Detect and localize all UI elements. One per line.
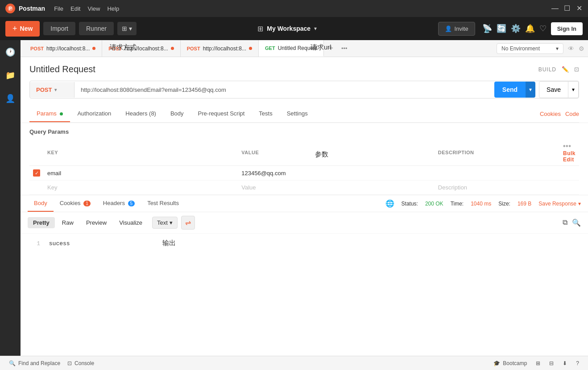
console-button[interactable]: ⊡ Console bbox=[64, 360, 98, 366]
request-area: Untitled Request BUILD ✏️ ⊡ POST ▾ Send … bbox=[21, 57, 588, 123]
size-value: 169 B bbox=[518, 201, 531, 207]
tab-method-2: POST bbox=[187, 46, 200, 51]
method-chevron-icon: ▾ bbox=[54, 87, 57, 92]
empty-key[interactable]: Key bbox=[44, 181, 238, 195]
request-tabs: Params Authorization Headers (8) Body Pr… bbox=[29, 106, 579, 123]
format-raw-button[interactable]: Raw bbox=[57, 217, 79, 228]
bulk-edit-link[interactable]: Bulk Edit bbox=[563, 150, 576, 163]
text-format-dropdown[interactable]: Text ▾ bbox=[152, 217, 178, 229]
req-tab-tests[interactable]: Tests bbox=[252, 106, 279, 122]
row-delete[interactable] bbox=[559, 166, 579, 181]
new-button[interactable]: + New bbox=[5, 21, 40, 37]
environment-selector[interactable]: No Environment ▾ bbox=[497, 43, 563, 54]
resp-tab-body[interactable]: Body bbox=[28, 195, 54, 212]
tab-dot-0 bbox=[92, 47, 95, 50]
format-pretty-button[interactable]: Pretty bbox=[28, 217, 55, 228]
settings-icon[interactable]: ⚙️ bbox=[511, 24, 521, 33]
close-button[interactable]: ✕ bbox=[576, 5, 583, 12]
maximize-button[interactable]: ☐ bbox=[564, 5, 570, 12]
minimize-button[interactable]: — bbox=[551, 5, 558, 12]
req-tab-params[interactable]: Params bbox=[29, 106, 70, 122]
tabs-right: No Environment ▾ 👁 ⚙ bbox=[497, 43, 584, 54]
format-visualize-button[interactable]: Visualize bbox=[114, 217, 148, 228]
add-tab-button[interactable]: + bbox=[324, 44, 338, 53]
bootcamp-icon: 🎓 bbox=[493, 360, 500, 366]
find-replace-button[interactable]: 🔍 Find and Replace bbox=[5, 360, 64, 366]
logo-icon: P bbox=[5, 4, 15, 13]
layout-button[interactable]: ⊞ ▾ bbox=[117, 22, 137, 35]
more-tabs-button[interactable]: ••• bbox=[338, 45, 351, 52]
send-button[interactable]: Send bbox=[494, 82, 526, 98]
response-status: 🌐 Status: 200 OK Time: 1040 ms Size: 169… bbox=[385, 199, 581, 208]
tab-url-2: http://localhost:8... bbox=[203, 45, 246, 52]
layout-icon[interactable]: ⊡ bbox=[574, 66, 579, 73]
format-preview-button[interactable]: Preview bbox=[81, 217, 112, 228]
req-tab-headers[interactable]: Headers (8) bbox=[118, 106, 163, 122]
params-section: Query Params KEY VALUE DESCRIPTION ••• B… bbox=[21, 123, 588, 195]
empty-value[interactable]: Value bbox=[238, 181, 435, 195]
empty-description[interactable]: Description bbox=[435, 181, 559, 195]
plus-icon: + bbox=[12, 24, 17, 33]
resp-tab-testresults[interactable]: Test Results bbox=[141, 195, 185, 212]
menu-help[interactable]: Help bbox=[107, 5, 119, 12]
body-tab-label: Body bbox=[170, 110, 184, 117]
tab-1[interactable]: POST http://localhost:8... bbox=[102, 40, 180, 57]
chevron-down-icon: ▾ bbox=[170, 219, 173, 226]
sidebar-icon-users[interactable]: 👤 bbox=[3, 91, 18, 106]
tab-2[interactable]: POST http://localhost:8... bbox=[181, 40, 259, 57]
tab-0[interactable]: POST http://localhost:8... bbox=[24, 40, 102, 57]
copy-icon[interactable]: ⧉ bbox=[563, 218, 567, 227]
row-value[interactable]: 123456@qq.com bbox=[238, 166, 435, 181]
empty-actions bbox=[559, 181, 579, 195]
send-dropdown-button[interactable]: ▾ bbox=[526, 82, 535, 98]
method-dropdown[interactable]: POST ▾ bbox=[30, 82, 75, 98]
refresh-icon[interactable]: 🔄 bbox=[497, 24, 506, 33]
wrap-button[interactable]: ⇌ bbox=[181, 216, 195, 230]
heart-icon[interactable]: ♡ bbox=[539, 24, 547, 33]
tab-3[interactable]: GET Untitled Request bbox=[259, 40, 324, 57]
invite-button[interactable]: 👤 Invite bbox=[438, 22, 475, 36]
row-description[interactable] bbox=[435, 166, 559, 181]
params-tab-label: Params bbox=[37, 110, 57, 117]
runner-button[interactable]: Runner bbox=[79, 22, 114, 35]
time-value: 1040 ms bbox=[471, 201, 491, 207]
url-input[interactable] bbox=[75, 82, 494, 98]
sidebar-icon-history[interactable]: 🕐 bbox=[3, 45, 18, 60]
sidebar-icon-collections[interactable]: 📁 bbox=[3, 68, 18, 83]
signin-button[interactable]: Sign In bbox=[551, 22, 583, 35]
response-tabs-bar: Body Cookies 1 Headers 5 Test Results 🌐 … bbox=[21, 195, 588, 212]
code-link[interactable]: Code bbox=[565, 111, 579, 117]
runner-status-icon[interactable]: ⊞ bbox=[532, 360, 544, 366]
req-tab-prerequest[interactable]: Pre-request Script bbox=[191, 106, 252, 122]
bell-icon[interactable]: 🔔 bbox=[525, 24, 535, 33]
eye-icon[interactable]: 👁 bbox=[568, 45, 574, 52]
menu-file[interactable]: File bbox=[54, 5, 63, 12]
cookies-link[interactable]: Cookies bbox=[540, 111, 561, 117]
download-icon-button[interactable]: ⬇ bbox=[559, 360, 571, 366]
req-tab-body[interactable]: Body bbox=[163, 106, 191, 122]
save-button[interactable]: Save bbox=[539, 81, 568, 98]
satellite-icon[interactable]: 📡 bbox=[482, 24, 492, 33]
search-icon[interactable]: 🔍 bbox=[572, 218, 581, 227]
req-tab-settings[interactable]: Settings bbox=[280, 106, 315, 122]
text-format-value: Text bbox=[157, 219, 168, 226]
help-icon-button[interactable]: ? bbox=[572, 360, 583, 366]
req-tab-authorization[interactable]: Authorization bbox=[70, 106, 118, 122]
resp-tab-cookies[interactable]: Cookies 1 bbox=[54, 195, 97, 212]
menu-edit[interactable]: Edit bbox=[70, 5, 80, 12]
prerequest-tab-label: Pre-request Script bbox=[198, 110, 245, 117]
save-response-button[interactable]: Save Response ▾ bbox=[538, 201, 581, 207]
bootcamp-button[interactable]: 🎓 Bootcamp bbox=[490, 360, 530, 366]
app-title: Postman bbox=[19, 5, 45, 12]
grid-icon-button[interactable]: ⊟ bbox=[546, 360, 557, 366]
edit-icon[interactable]: ✏️ bbox=[562, 66, 569, 73]
row-key[interactable]: email bbox=[44, 166, 238, 181]
menu-view[interactable]: View bbox=[87, 5, 100, 12]
import-button[interactable]: Import bbox=[43, 22, 75, 35]
sliders-icon[interactable]: ⚙ bbox=[579, 45, 584, 52]
column-options-icon[interactable]: ••• bbox=[563, 142, 571, 150]
row-checkbox[interactable]: ✓ bbox=[33, 169, 40, 177]
resp-tab-headers[interactable]: Headers 5 bbox=[97, 195, 141, 212]
workspace-selector[interactable]: ⊞ My Workspace ▾ bbox=[257, 25, 317, 33]
save-dropdown-button[interactable]: ▾ bbox=[568, 81, 579, 98]
